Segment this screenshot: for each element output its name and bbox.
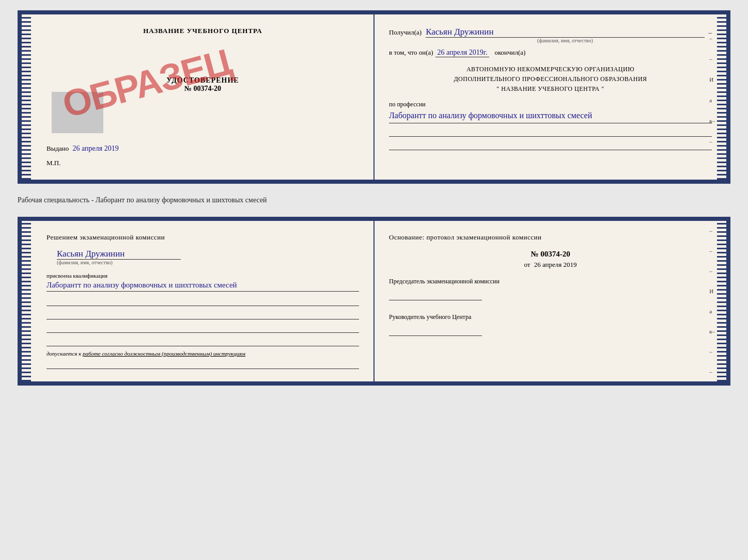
prof-line2	[389, 127, 712, 137]
okonchil-label: окончил(а)	[494, 49, 525, 57]
org-quote: " НАЗВАНИЕ УЧЕБНОГО ЦЕНТРА "	[389, 84, 712, 94]
dopusk-text: работе согласно должностным (производств…	[83, 350, 245, 357]
ruk-sig-line	[389, 326, 482, 336]
top-cert-right: Получил(а) Касьян Дружинин (фамилия, имя…	[375, 14, 726, 180]
protocol-number: № 00374-20	[389, 250, 712, 259]
osnov-title: Основание: протокол экзаменационной коми…	[389, 233, 712, 242]
poluchil-name: Касьян Дружинин	[426, 27, 704, 38]
vtom-line: в том, что он(а) 26 апреля 2019г. окончи…	[389, 49, 712, 57]
prof-label: по профессии	[389, 101, 712, 108]
vydano-label: Выдано	[46, 145, 69, 152]
bottom-lines	[46, 297, 359, 346]
org-line2: ДОПОЛНИТЕЛЬНОГО ПРОФЕССИОНАЛЬНОГО ОБРАЗО…	[389, 74, 712, 84]
sig-line-2	[46, 310, 359, 319]
predsedatel-block: Председатель экзаменационной комиссии	[389, 277, 712, 300]
poluchil-label: Получил(а)	[389, 28, 422, 37]
dopusk-block: допускается к работе согласно должностны…	[46, 350, 359, 357]
right-side-chars-top: – – И а к– –	[709, 35, 715, 145]
bottom-fio-label: (фамилия, имя, отчество)	[57, 260, 359, 265]
fio-label-top: (фамилия, имя, отчество)	[426, 38, 704, 43]
poluchil-line: Получил(а) Касьян Дружинин (фамилия, имя…	[389, 27, 712, 43]
stamp-area: ОБРАЗЕЦ УДОСТОВЕРЕНИЕ № 00374-20	[46, 76, 359, 93]
bottom-name: Касьян Дружинин	[57, 249, 181, 260]
vtom-date: 26 апреля 2019г.	[435, 49, 490, 57]
obrazets-text: ОБРАЗЕЦ	[59, 53, 198, 123]
top-certificate: НАЗВАНИЕ УЧЕБНОГО ЦЕНТРА ОБРАЗЕЦ УДОСТОВ…	[18, 10, 730, 184]
predsedatel-title: Председатель экзаменационной комиссии	[389, 277, 712, 286]
kvali-label: присвоена квалификация	[46, 273, 359, 279]
ot-date: 26 апреля 2019	[534, 261, 577, 268]
bottom-cert-left: Решением экзаменационной комиссии Касьян…	[22, 221, 375, 381]
sig-line-1	[46, 297, 359, 306]
prof-handwritten: Лаборантт по анализу формовочных и шихтт…	[389, 109, 712, 123]
ruk-block: Руководитель учебного Центра	[389, 313, 712, 336]
ruk-title: Руководитель учебного Центра	[389, 313, 712, 322]
bottom-name-block: Касьян Дружинин (фамилия, имя, отчество)	[46, 249, 359, 265]
kvali-handwritten: Лаборантт по анализу формовочных и шихтт…	[46, 279, 359, 292]
bottom-cert-right: Основание: протокол экзаменационной коми…	[375, 221, 726, 381]
top-cert-left: НАЗВАНИЕ УЧЕБНОГО ЦЕНТРА ОБРАЗЕЦ УДОСТОВ…	[22, 14, 375, 180]
vtom-label: в том, что он(а)	[389, 49, 433, 57]
prof-line3	[389, 141, 712, 150]
sig-line-4	[46, 337, 359, 346]
sig-line-3	[46, 324, 359, 333]
specialty-line: Рабочая специальность - Лаборант по анал…	[18, 192, 730, 209]
right-side-chars-bottom: – – – И а к– – –	[709, 221, 715, 381]
org-text: АВТОНОМНУЮ НЕКОММЕРЧЕСКУЮ ОРГАНИЗАЦИЮ ДО…	[389, 65, 712, 94]
predsedatel-sig-line	[389, 290, 482, 300]
org-line1: АВТОНОМНУЮ НЕКОММЕРЧЕСКУЮ ОРГАНИЗАЦИЮ	[389, 65, 712, 74]
dopusk-label: допускается к	[46, 350, 81, 357]
bottom-title: Решением экзаменационной комиссии	[46, 233, 359, 242]
ot-label: от	[524, 261, 530, 268]
protocol-date: от 26 апреля 2019	[389, 261, 712, 269]
bottom-certificate: Решением экзаменационной комиссии Касьян…	[18, 217, 730, 386]
top-cert-title: НАЗВАНИЕ УЧЕБНОГО ЦЕНТРА	[46, 27, 359, 35]
dopusk-line	[46, 360, 359, 369]
